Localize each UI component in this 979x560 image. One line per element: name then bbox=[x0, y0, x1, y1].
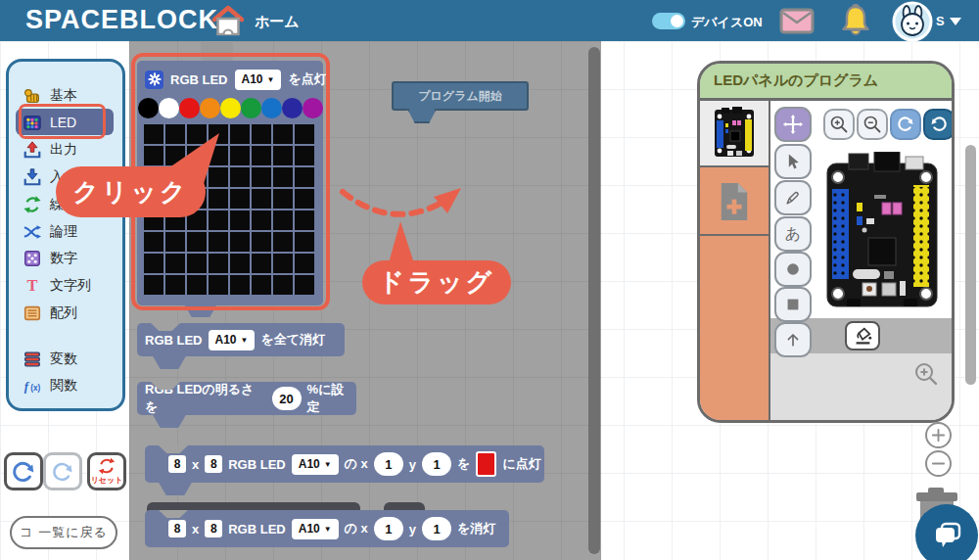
x-value-field[interactable]: 1 bbox=[374, 517, 403, 540]
pen-icon bbox=[783, 188, 803, 208]
flyout-scrollbar[interactable] bbox=[588, 47, 600, 554]
sidebar-item-label: 文字列 bbox=[50, 277, 91, 295]
block-led-all-off[interactable]: RGB LED A10 ▼ を全て消灯 bbox=[137, 323, 345, 356]
height-field[interactable]: 8 bbox=[205, 455, 222, 473]
fill-bucket-button[interactable] bbox=[845, 321, 880, 350]
chevron-down-icon: ▼ bbox=[241, 336, 249, 345]
height-field[interactable]: 8 bbox=[205, 520, 222, 537]
sidebar-item-array[interactable]: 配列 bbox=[16, 300, 114, 326]
svg-text:f: f bbox=[24, 379, 30, 393]
reset-button[interactable]: リセット bbox=[87, 452, 126, 490]
sidebar-item-label: 変数 bbox=[50, 350, 77, 368]
pen-tool-button[interactable] bbox=[774, 180, 812, 215]
square-icon bbox=[783, 295, 803, 314]
color-swatch-field[interactable] bbox=[476, 451, 496, 477]
input-icon bbox=[23, 167, 42, 187]
y-value-field[interactable]: 1 bbox=[422, 452, 451, 476]
port-dropdown[interactable]: A10 ▼ bbox=[292, 454, 339, 475]
spaceblock-app: プログラム開始 RGB LED A10 ▼ を点灯 RGB LED A10 ▼ … bbox=[0, 0, 979, 560]
number-icon bbox=[23, 249, 42, 268]
block-label: を全て消灯 bbox=[260, 331, 325, 349]
undo-icon bbox=[11, 459, 36, 485]
back-to-list-button[interactable]: コ 一覧に戻る bbox=[10, 516, 117, 549]
move-tool-button[interactable] bbox=[774, 107, 812, 142]
circle-icon bbox=[783, 259, 803, 279]
zoom-in-button[interactable] bbox=[823, 109, 855, 140]
reset-label: リセット bbox=[91, 475, 123, 486]
device-thumbnail bbox=[713, 106, 756, 161]
add-page-cell[interactable] bbox=[700, 169, 769, 236]
text-tool-label: あ bbox=[785, 224, 801, 245]
x-value-field[interactable]: 1 bbox=[374, 452, 403, 476]
width-field[interactable]: 8 bbox=[168, 520, 186, 537]
mail-icon[interactable] bbox=[779, 8, 815, 34]
text-tool-button[interactable]: あ bbox=[774, 216, 812, 252]
sidebar-item-label: 関数 bbox=[50, 377, 77, 395]
brightness-value-field[interactable]: 20 bbox=[272, 387, 302, 410]
block-label: RGB LED bbox=[228, 457, 286, 472]
block-label: x bbox=[192, 522, 199, 537]
block-label: を消灯 bbox=[457, 520, 495, 537]
zoom-in-icon bbox=[829, 115, 849, 134]
port-dropdown[interactable]: A10 ▼ bbox=[209, 330, 256, 350]
bell-icon[interactable] bbox=[839, 3, 872, 38]
click-annotation: クリック bbox=[56, 166, 206, 217]
start-block-label: プログラム開始 bbox=[418, 88, 501, 105]
sidebar-item-string[interactable]: T 文字列 bbox=[16, 272, 114, 299]
workspace-zoom-in-button[interactable] bbox=[925, 422, 952, 448]
sidebar-item-variable[interactable]: 変数 bbox=[16, 346, 114, 372]
block-label: を bbox=[457, 455, 470, 473]
output-icon bbox=[23, 140, 42, 160]
device-thumbnail-cell[interactable] bbox=[700, 101, 769, 167]
zoom-out-button[interactable] bbox=[857, 109, 888, 140]
start-block[interactable]: プログラム開始 bbox=[392, 81, 529, 111]
undo-button[interactable] bbox=[4, 452, 43, 490]
array-icon bbox=[23, 303, 42, 323]
panel-header: LEDパネルのプログラム bbox=[700, 64, 952, 101]
sidebar-item-output[interactable]: 出力 bbox=[16, 136, 114, 163]
device-board-image[interactable] bbox=[823, 152, 941, 318]
trash-lid bbox=[916, 492, 957, 501]
workspace-zoom-out-button[interactable] bbox=[925, 450, 952, 477]
hand-icon bbox=[23, 86, 42, 106]
block-pixel-off[interactable]: 8 x 8 RGB LED A10 ▼ の x 1 y 1 を消灯 bbox=[145, 510, 509, 547]
port-value: A10 bbox=[215, 333, 237, 347]
redo-icon bbox=[51, 460, 74, 484]
svg-text:T: T bbox=[27, 276, 38, 295]
add-page-icon bbox=[718, 181, 751, 222]
chevron-down-icon: ▼ bbox=[324, 460, 332, 469]
y-value-field[interactable]: 1 bbox=[422, 517, 451, 540]
device-toggle[interactable] bbox=[652, 13, 685, 29]
sidebar-item-function[interactable]: f (x) 関数 bbox=[16, 372, 114, 398]
page-scrollbar[interactable] bbox=[965, 145, 976, 385]
arrow-up-tool-button[interactable] bbox=[774, 322, 812, 357]
port-value: A10 bbox=[299, 457, 320, 471]
drag-annotation: ドラッグ bbox=[362, 260, 511, 304]
port-dropdown[interactable]: A10 ▼ bbox=[292, 519, 339, 539]
square-tool-button[interactable] bbox=[774, 287, 812, 322]
panel-redo-button[interactable] bbox=[923, 109, 955, 140]
paint-bucket-icon bbox=[852, 325, 873, 347]
home-label[interactable]: ホーム bbox=[255, 13, 300, 31]
home-icon[interactable] bbox=[210, 4, 247, 38]
width-field[interactable]: 8 bbox=[168, 455, 186, 473]
sidebar-item-number[interactable]: 数字 bbox=[16, 245, 114, 271]
panel-undo-button[interactable] bbox=[890, 109, 921, 140]
chat-button[interactable] bbox=[915, 504, 978, 560]
block-pixel-lit[interactable]: 8 x 8 RGB LED A10 ▼ の x 1 y 1 を に点灯 bbox=[145, 445, 544, 483]
toggle-knob bbox=[671, 15, 683, 27]
redo-button[interactable] bbox=[43, 452, 82, 490]
block-label: x bbox=[192, 457, 199, 472]
function-icon: f (x) bbox=[23, 376, 42, 396]
block-label: %に設定 bbox=[307, 381, 356, 416]
logic-icon bbox=[23, 222, 42, 242]
block-led-brightness[interactable]: RGB LEDの明るさを 20 %に設定 bbox=[137, 382, 356, 415]
zoom-in-canvas-icon[interactable] bbox=[913, 361, 939, 387]
avatar[interactable] bbox=[892, 1, 933, 42]
circle-tool-button[interactable] bbox=[774, 252, 812, 287]
string-icon: T bbox=[23, 276, 42, 296]
select-tool-button[interactable] bbox=[774, 144, 812, 179]
block-label: y bbox=[409, 457, 416, 472]
sidebar-item-logic[interactable]: 論理 bbox=[16, 218, 114, 245]
user-menu-caret-icon[interactable] bbox=[950, 18, 961, 25]
